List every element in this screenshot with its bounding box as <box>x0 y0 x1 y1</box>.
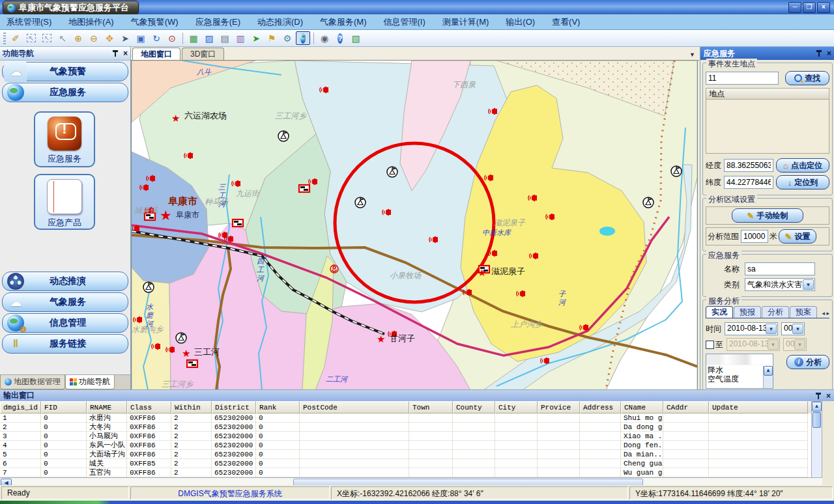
map-tab-地图窗口[interactable]: 地图窗口 <box>132 48 180 60</box>
tab-scroll-arrows[interactable]: ◂ ▸ <box>822 310 829 316</box>
column-header-Address[interactable]: Address <box>580 401 621 413</box>
close-button[interactable]: × <box>817 2 830 13</box>
table-row[interactable]: 30小马厩沟0XFF8626523020000Xiao ma ... <box>0 432 812 441</box>
range-input[interactable] <box>741 230 768 243</box>
scroll-up-icon[interactable]: ▲ <box>812 402 822 412</box>
chevron-down-icon[interactable]: ▼ <box>689 51 695 58</box>
close-icon[interactable]: × <box>827 49 831 57</box>
refresh-icon[interactable]: ↻ <box>149 31 164 45</box>
column-header-RNAME[interactable]: RNAME <box>87 401 127 413</box>
column-header-County[interactable]: County <box>453 401 495 413</box>
column-header-FID[interactable]: FID <box>41 401 87 413</box>
analysis-tab-分析[interactable]: 分析 <box>762 306 789 318</box>
map-canvas[interactable]: ★★★★★ 六运湖农场三工河乡下西泉九运街阜康市城关镇种马场阜康市滋泥泉子中新水… <box>131 61 698 391</box>
menu-item[interactable]: 输出(O) <box>506 16 535 28</box>
pin-icon[interactable] <box>112 50 118 57</box>
analysis-tab-预案[interactable]: 预案 <box>790 306 817 318</box>
print-preview-icon[interactable]: ▥ <box>233 31 248 45</box>
locate-pin-icon[interactable]: ⚑ <box>265 31 279 45</box>
search-button[interactable]: 查找 <box>785 71 829 85</box>
column-header-Town[interactable]: Town <box>409 401 453 413</box>
zoom-in-icon[interactable]: ⊕ <box>71 31 85 45</box>
monitor-station-marker[interactable] <box>387 167 397 177</box>
flag-marker[interactable] <box>233 219 243 227</box>
analysis-tab-实况[interactable]: 实况 <box>706 306 733 318</box>
table-row[interactable]: 20大冬沟0XFF8626523020000Da dong gou <box>0 423 812 432</box>
monitor-station-marker[interactable] <box>355 197 366 208</box>
print-icon[interactable]: ▤ <box>218 31 232 45</box>
nav-lower-group-3[interactable]: ‖服务链接 <box>2 334 128 354</box>
map-layers-icon[interactable]: ▦ <box>186 31 201 45</box>
close-icon[interactable]: × <box>826 392 831 400</box>
scrollbar-thumb[interactable] <box>812 412 821 428</box>
column-header-Rank[interactable]: Rank <box>256 401 300 413</box>
monitor-station-marker[interactable] <box>643 197 654 208</box>
column-header-District[interactable]: District <box>212 401 256 413</box>
select-marquee-icon[interactable]: ↖ <box>24 31 38 45</box>
menu-item[interactable]: 应急服务(E) <box>195 16 240 28</box>
pointer-green-icon[interactable]: ➤ <box>249 31 263 45</box>
table-vertical-scrollbar[interactable]: ▲ <box>811 401 822 479</box>
eye-icon[interactable]: ◉ <box>317 31 332 45</box>
goto-location-button[interactable]: ↓ 定位到 <box>776 175 829 189</box>
menu-item[interactable]: 气象预警(W) <box>131 16 179 28</box>
pan-icon[interactable]: ✥ <box>102 31 117 45</box>
nav-group-0[interactable]: ☁气象预警 <box>2 62 128 81</box>
nav-group-1[interactable]: 应急服务 <box>2 83 128 102</box>
nav-tab-功能导航[interactable]: 功能导航 <box>65 375 115 389</box>
column-header-CName[interactable]: CName <box>621 401 663 413</box>
column-header-Within[interactable]: Within <box>171 401 212 413</box>
date-select[interactable]: 2010-08-13▼ <box>725 322 778 335</box>
menu-item[interactable]: 查看(V) <box>552 16 580 28</box>
element-list[interactable]: 降水空气温度▲ <box>706 354 773 389</box>
nav-lower-group-1[interactable]: ☁气象服务 <box>2 292 128 312</box>
click-locate-button[interactable]: ⌂ 点击定位 <box>776 158 829 173</box>
map-tab-3D窗口[interactable]: 3D窗口 <box>182 48 224 60</box>
column-header-City[interactable]: City <box>495 401 538 413</box>
column-header-Update[interactable]: Update <box>709 401 808 413</box>
monitor-station-marker[interactable] <box>278 131 289 141</box>
scroll-up-icon[interactable]: ▲ <box>764 366 773 376</box>
chevron-down-icon[interactable]: ▼ <box>803 279 814 290</box>
menu-item[interactable]: 系统管理(S) <box>7 16 51 28</box>
select-arrow-icon[interactable]: ➤ <box>118 31 132 45</box>
restore-button[interactable]: ❐ <box>803 2 816 13</box>
map-image[interactable]: ★★★★★ 六运湖农场三工河乡下西泉九运街阜康市城关镇种马场阜康市滋泥泉子中新水… <box>132 61 697 390</box>
settings-icon[interactable]: ⚙ <box>280 31 295 45</box>
menu-item[interactable]: 动态推演(D) <box>257 16 303 28</box>
list-scrollbar[interactable]: ▲ <box>763 366 773 388</box>
globe-tool-icon[interactable] <box>296 31 310 45</box>
manual-draw-button[interactable]: ✎ 手动绘制 <box>732 208 803 223</box>
service-name-input[interactable] <box>745 262 815 275</box>
set-range-button[interactable]: ✎ 设置 <box>779 229 816 244</box>
image-tree-icon[interactable]: ▧ <box>349 31 363 45</box>
nav-tab-地图数据管理[interactable]: 地图数据管理 <box>0 375 65 389</box>
toolbar-grip[interactable] <box>3 33 6 44</box>
table-row[interactable]: 40东风一小队0XFF8626523020000Dong fen... <box>0 441 812 450</box>
latitude-field[interactable] <box>724 176 773 189</box>
flag-marker[interactable] <box>299 185 309 192</box>
zoom-out-icon[interactable]: ⊖ <box>87 31 101 45</box>
zoom-query-icon[interactable]: ⊙ <box>165 31 179 45</box>
column-header-CAddr[interactable]: CAddr <box>663 401 709 413</box>
monitor-station-marker[interactable] <box>176 333 186 343</box>
table-row[interactable]: 50大面场子沟0XFF8626523020000Da mian... <box>0 450 812 459</box>
export-map-icon[interactable]: ▨ <box>202 31 216 45</box>
full-extent-icon[interactable]: ▣ <box>134 31 148 45</box>
nav-lower-group-2[interactable]: 信息管理 <box>2 313 128 333</box>
menu-item[interactable]: 测量计算(M) <box>442 16 489 28</box>
column-header-Class[interactable]: Class <box>127 401 171 413</box>
select-polygon-icon[interactable]: ↖ <box>40 31 54 45</box>
analysis-tab-预报[interactable]: 预报 <box>734 306 761 318</box>
minimize-button[interactable]: ─ <box>788 2 801 13</box>
menu-item[interactable]: 气象服务(M) <box>320 16 367 28</box>
location-list[interactable] <box>706 99 829 154</box>
emergency-product-button[interactable]: 应急产品 <box>34 174 95 230</box>
location-list-header[interactable]: 地点 <box>706 88 829 99</box>
table-row[interactable]: 60城关0XFF8526523020000Cheng guan <box>0 459 812 468</box>
location-search-input[interactable] <box>706 72 779 85</box>
service-type-select[interactable]: 气象和洪水灾害 ▼ <box>745 278 815 291</box>
list-item[interactable] <box>706 354 773 365</box>
to-checkbox[interactable] <box>706 341 714 349</box>
column-header-dmgis_id[interactable]: dmgis_id <box>0 401 41 413</box>
